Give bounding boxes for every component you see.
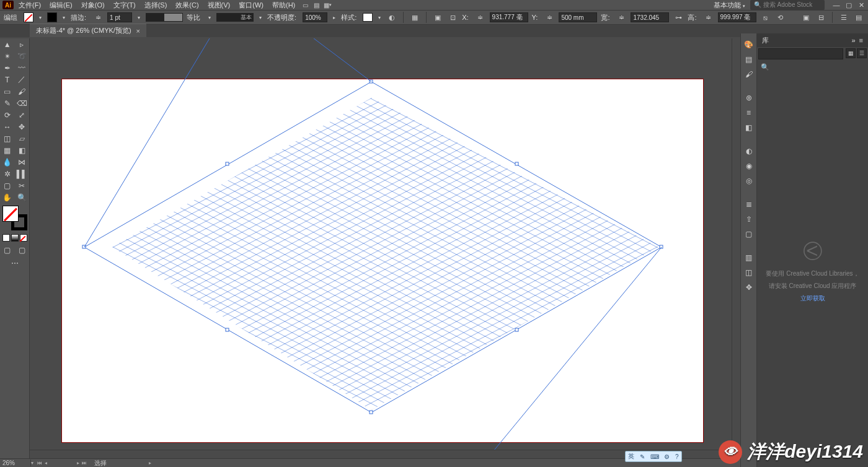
transparency-icon[interactable]: ◐ — [743, 145, 755, 157]
ime-icon[interactable]: ✎ — [640, 453, 645, 460]
workspace-switcher[interactable]: 基本功能 ▾ — [710, 1, 749, 10]
stroke-icon[interactable]: ≡ — [743, 107, 755, 119]
pathfinder-icon[interactable]: ◫ — [743, 266, 755, 279]
width-icon[interactable]: ↔ — [0, 121, 15, 133]
line-segment-icon[interactable]: ／ — [15, 74, 30, 85]
menu-select[interactable]: 选择(S) — [141, 1, 171, 10]
gradient-icon[interactable]: ◧ — [15, 144, 30, 156]
chevron-down-icon[interactable]: ▾ — [376, 12, 383, 22]
preferences-icon[interactable]: ☰ — [838, 12, 849, 23]
lasso-icon[interactable]: ➰ — [15, 50, 30, 62]
panel-menu-icon[interactable]: ▤ — [853, 12, 864, 23]
fill-swatch[interactable] — [24, 12, 33, 22]
bridge-icon[interactable]: ▤ — [311, 1, 321, 9]
blend-icon[interactable]: ⋈ — [15, 156, 30, 168]
layers-icon[interactable]: ≣ — [743, 198, 755, 211]
slice-icon[interactable]: ✂ — [15, 180, 30, 191]
ime-tray[interactable]: 英 ✎ ⌨ ⚙ ? — [625, 451, 682, 462]
menu-file[interactable]: 文件(F) — [15, 1, 45, 10]
chevron-down-icon[interactable]: ▾ — [257, 12, 264, 22]
w-input[interactable] — [631, 12, 669, 22]
transform-icon[interactable]: ✥ — [743, 281, 755, 294]
normal-screen-icon[interactable]: ▢ — [0, 244, 14, 256]
transform-icon[interactable]: ▣ — [432, 12, 443, 23]
touch-icon[interactable]: ▭ — [300, 1, 310, 9]
window-close-button[interactable]: ✕ — [857, 1, 866, 9]
reference-point-icon[interactable]: ⊡ — [447, 12, 458, 23]
document-tab[interactable]: 未标题-4* @ 26% (CMYK/预览) × — [30, 24, 146, 37]
stroke-label[interactable]: 描边: — [71, 13, 89, 22]
fill-stroke-control[interactable] — [2, 206, 27, 230]
window-maximize-button[interactable]: ▢ — [844, 1, 853, 9]
stepper-icon[interactable]: ≑ — [544, 12, 555, 23]
column-graph-icon[interactable]: ▌▌ — [15, 168, 30, 180]
libraries-panel-tab[interactable]: 库 »≡ — [757, 33, 868, 47]
zoom-icon[interactable]: 🔍 — [15, 191, 30, 203]
edit-contents-icon[interactable]: ⊟ — [815, 12, 826, 23]
close-icon[interactable]: × — [136, 27, 140, 35]
scrollbar-vertical[interactable] — [732, 38, 740, 450]
stroke-swatch[interactable] — [47, 12, 57, 22]
chevron-right-icon[interactable]: ▸ — [149, 460, 151, 466]
swatches-icon[interactable]: ▤ — [743, 53, 755, 66]
style-label[interactable]: 样式: — [341, 13, 359, 22]
color-icon[interactable]: 🎨 — [743, 38, 755, 51]
free-transform-icon[interactable]: ✥ — [15, 121, 30, 133]
asset-export-icon[interactable]: ⇪ — [743, 213, 755, 225]
recolor-icon[interactable]: ◐ — [386, 12, 397, 23]
isolate-icon[interactable]: ▣ — [800, 12, 812, 23]
color-mode[interactable] — [2, 234, 10, 242]
edit-toolbar-icon[interactable]: ⋯ — [0, 257, 29, 269]
menu-type[interactable]: 文字(T) — [110, 1, 140, 10]
brushes-icon[interactable]: 🖌 — [743, 68, 755, 81]
library-search[interactable]: 🔍 — [757, 61, 868, 73]
stepper-icon[interactable]: ≑ — [616, 12, 627, 23]
graphic-style-swatch[interactable] — [363, 13, 373, 22]
menu-object[interactable]: 对象(O) — [78, 1, 108, 10]
list-view-button[interactable]: ☰ — [857, 48, 867, 58]
fill-box[interactable] — [2, 206, 19, 222]
variable-width-profile[interactable] — [146, 13, 183, 22]
eraser-icon[interactable]: ⌫ — [15, 97, 30, 109]
prev-icon[interactable]: ◂ — [45, 460, 47, 466]
rotate-icon[interactable]: ⟳ — [0, 109, 15, 121]
perspective-icon[interactable]: ▱ — [15, 133, 30, 144]
hand-icon[interactable]: ✋ — [0, 191, 15, 203]
libraries-cta-link[interactable]: 立即获取 — [800, 294, 825, 303]
chevron-down-icon[interactable]: ▾ — [136, 12, 142, 22]
symbol-sprayer-icon[interactable]: ✲ — [0, 168, 15, 180]
panel-menu-icon[interactable]: ≡ — [859, 37, 863, 44]
library-dropdown[interactable] — [758, 48, 843, 59]
chevron-down-icon[interactable]: ▾ — [37, 12, 43, 22]
h-input[interactable] — [718, 12, 756, 22]
full-screen-icon[interactable]: ▢ — [16, 244, 30, 256]
arrange-icon[interactable]: ▦ ▾ — [322, 1, 332, 9]
align-icon[interactable]: ▥ — [743, 251, 755, 264]
canvas-area[interactable] — [30, 38, 740, 458]
ime-icon[interactable]: ? — [675, 453, 679, 460]
type-icon[interactable]: T — [0, 74, 15, 85]
chevron-down-icon[interactable]: ▾ — [61, 12, 67, 22]
brush-definition[interactable]: 基本 — [216, 13, 254, 22]
pen-icon[interactable]: ✒ — [0, 62, 15, 74]
last-icon[interactable]: ⏭ — [82, 460, 87, 466]
menu-help[interactable]: 帮助(H) — [268, 1, 299, 10]
ime-icon[interactable]: ⚙ — [664, 453, 670, 460]
y-input[interactable] — [559, 12, 597, 22]
window-minimize-button[interactable]: — — [832, 1, 841, 9]
first-icon[interactable]: ⏮ — [37, 460, 42, 466]
direct-selection-icon[interactable]: ▹ — [15, 38, 30, 50]
magic-wand-icon[interactable]: ✴ — [0, 50, 15, 62]
grid-view-button[interactable]: ▦ — [846, 48, 856, 58]
paintbrush-icon[interactable]: 🖌 — [15, 85, 30, 97]
selection-icon[interactable]: ▲ — [0, 38, 15, 50]
menu-effect[interactable]: 效果(C) — [172, 1, 202, 10]
none-mode[interactable] — [20, 234, 27, 242]
zoom-level[interactable]: 26% — [0, 460, 31, 466]
eyedropper-icon[interactable]: 💧 — [0, 156, 15, 168]
artboards-icon[interactable]: ▢ — [743, 228, 755, 240]
gradient-icon[interactable]: ◧ — [743, 121, 755, 134]
shear-icon[interactable]: ⧅ — [760, 12, 771, 23]
opacity-input[interactable] — [303, 12, 327, 22]
artboard[interactable] — [62, 79, 703, 442]
